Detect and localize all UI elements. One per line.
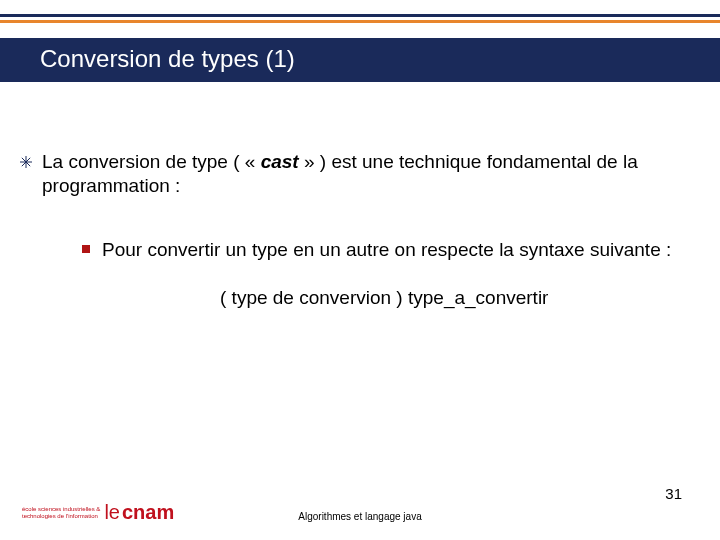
page-number: 31 bbox=[665, 485, 682, 502]
sub1-text: Pour convertir un type en un autre on re… bbox=[102, 238, 671, 262]
bullet-level1: La conversion de type ( « cast » ) est u… bbox=[20, 150, 690, 198]
syntax-example: ( type de convervion ) type_a_convertir bbox=[220, 287, 690, 309]
body: La conversion de type ( « cast » ) est u… bbox=[20, 150, 690, 309]
slide-title: Conversion de types (1) bbox=[40, 45, 295, 73]
sub-bullet-block: Pour convertir un type en un autre on re… bbox=[82, 238, 690, 310]
logo-line2: technologies de l'information bbox=[22, 513, 100, 520]
logo-cnam: cnam bbox=[122, 501, 174, 524]
square-bullet-icon bbox=[82, 245, 90, 253]
logo-le: le bbox=[104, 501, 120, 524]
star-bullet-icon bbox=[20, 156, 32, 168]
bullet1-pre: La conversion de type ( « bbox=[42, 151, 261, 172]
decor-orange-bar bbox=[0, 20, 720, 23]
bullet-level2: Pour convertir un type en un autre on re… bbox=[82, 238, 690, 262]
logo-line1: école sciences industrielles & bbox=[22, 506, 100, 513]
bullet1-bold: cast bbox=[261, 151, 299, 172]
bullet1-text: La conversion de type ( « cast » ) est u… bbox=[42, 150, 690, 198]
footer-text: Algorithmes et langage java bbox=[298, 511, 421, 522]
logo-subtitle-block: école sciences industrielles & technolog… bbox=[22, 506, 100, 519]
cnam-logo: école sciences industrielles & technolog… bbox=[22, 501, 174, 524]
decor-navy-bar bbox=[0, 14, 720, 17]
slide: Conversion de types (1) La conversion de… bbox=[0, 0, 720, 540]
